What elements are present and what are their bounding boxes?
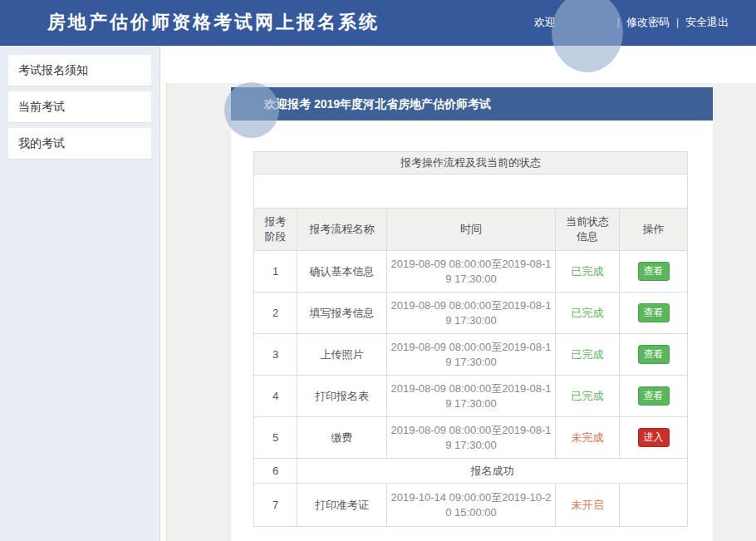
app-title: 房地产估价师资格考试网上报名系统 <box>47 10 380 35</box>
app-header: 房地产估价师资格考试网上报名系统 欢迎 | 修改密码 | 安全退出 <box>0 0 756 46</box>
process-name-cell: 填写报考信息 <box>297 293 387 334</box>
table-spacer-row <box>254 175 688 209</box>
process-name-cell: 打印准考证 <box>297 484 387 527</box>
status-cell: 未开启 <box>556 484 620 527</box>
column-header-time: 时间 <box>387 209 556 251</box>
stage-cell: 2 <box>254 293 297 334</box>
action-cell: 查看 <box>620 251 688 293</box>
status-cell: 已完成 <box>556 334 620 376</box>
stage-cell: 3 <box>254 334 297 376</box>
column-header-action: 操作 <box>620 209 688 251</box>
table-row: 1 确认基本信息 2019-08-09 08:00:00至2019-08-19 … <box>254 251 688 293</box>
time-cell: 2019-10-14 09:00:00至2019-10-20 15:00:00 <box>387 484 556 527</box>
action-cell: 进入 <box>620 417 688 459</box>
merged-success-cell: 报名成功 <box>297 459 688 484</box>
sidebar: 考试报名须知 当前考试 我的考试 <box>0 46 160 541</box>
time-cell: 2019-08-09 08:00:00至2019-08-19 17:30:00 <box>387 251 556 293</box>
sidebar-item-current-exam[interactable]: 当前考试 <box>8 91 151 122</box>
view-button[interactable]: 查看 <box>638 386 670 405</box>
sidebar-item-my-exam[interactable]: 我的考试 <box>8 128 151 159</box>
table-row: 2 填写报考信息 2019-08-09 08:00:00至2019-08-19 … <box>254 293 688 334</box>
welcome-banner: 欢迎报考 2019年度河北省房地产估价师考试 <box>231 87 713 120</box>
stage-cell: 5 <box>254 417 297 459</box>
content-card: 报考操作流程及我当前的状态 报考阶段 报考流程名称 时间 当前状态信息 操作 1… <box>231 120 713 541</box>
view-button[interactable]: 查看 <box>638 345 670 363</box>
privacy-blur-overlay <box>224 82 279 138</box>
action-cell: 查看 <box>620 293 688 334</box>
table-header-row: 报考阶段 报考流程名称 时间 当前状态信息 操作 <box>254 209 688 251</box>
sidebar-item-exam-notice[interactable]: 考试报名须知 <box>8 55 151 86</box>
time-cell: 2019-08-09 08:00:00至2019-08-19 17:30:00 <box>387 293 556 334</box>
status-cell: 已完成 <box>556 376 620 417</box>
time-cell: 2019-08-09 08:00:00至2019-08-19 17:30:00 <box>387 417 556 459</box>
status-cell: 未完成 <box>556 417 620 459</box>
column-header-process: 报考流程名称 <box>297 209 387 251</box>
table-row: 4 打印报名表 2019-08-09 08:00:00至2019-08-19 1… <box>254 376 688 417</box>
time-cell: 2019-08-09 08:00:00至2019-08-19 17:30:00 <box>387 376 556 417</box>
table-row: 6 报名成功 <box>254 459 688 484</box>
separator: | <box>676 17 679 28</box>
column-header-status: 当前状态信息 <box>556 209 620 251</box>
column-header-stage: 报考阶段 <box>254 209 297 251</box>
action-cell: 查看 <box>620 376 688 417</box>
table-title: 报考操作流程及我当前的状态 <box>254 152 688 175</box>
time-cell: 2019-08-09 08:00:00至2019-08-19 17:30:00 <box>387 334 556 376</box>
logout-link[interactable]: 安全退出 <box>685 15 729 30</box>
stage-cell: 4 <box>254 376 297 417</box>
spacer-cell <box>254 175 688 209</box>
action-cell <box>620 484 688 527</box>
stage-cell: 7 <box>254 484 297 527</box>
process-status-table: 报考操作流程及我当前的状态 报考阶段 报考流程名称 时间 当前状态信息 操作 1… <box>253 151 688 527</box>
stage-cell: 1 <box>254 251 297 293</box>
action-cell: 查看 <box>620 334 688 376</box>
pay-enter-button[interactable]: 进入 <box>638 428 670 446</box>
process-name-cell: 确认基本信息 <box>297 251 387 293</box>
change-password-link[interactable]: 修改密码 <box>626 15 670 30</box>
table-row: 7 打印准考证 2019-10-14 09:00:00至2019-10-20 1… <box>254 484 688 527</box>
table-row: 5 缴费 2019-08-09 08:00:00至2019-08-19 17:3… <box>254 417 688 459</box>
stage-cell: 6 <box>254 459 297 484</box>
process-name-cell: 缴费 <box>297 417 387 459</box>
process-name-cell: 打印报名表 <box>297 376 387 417</box>
status-cell: 已完成 <box>556 293 620 334</box>
process-name-cell: 上传照片 <box>297 334 387 376</box>
table-row: 3 上传照片 2019-08-09 08:00:00至2019-08-19 17… <box>254 334 688 376</box>
status-cell: 已完成 <box>556 251 620 293</box>
view-button[interactable]: 查看 <box>638 303 670 322</box>
view-button[interactable]: 查看 <box>638 262 670 280</box>
table-title-row: 报考操作流程及我当前的状态 <box>254 152 688 175</box>
